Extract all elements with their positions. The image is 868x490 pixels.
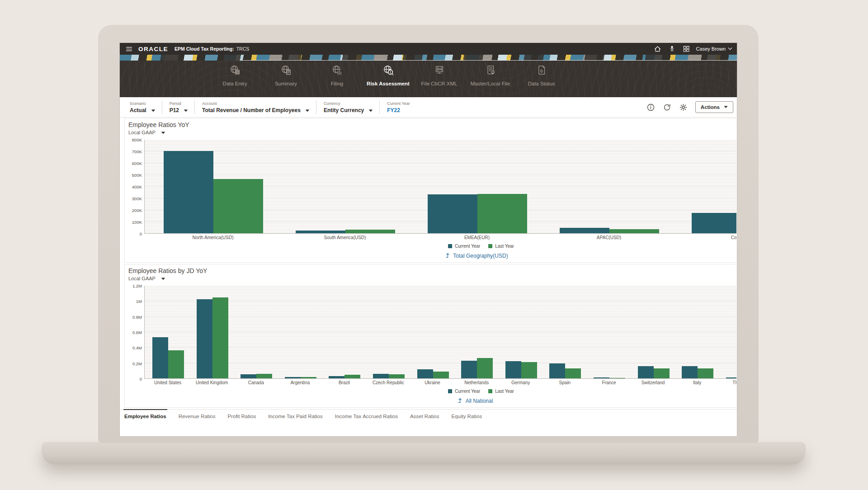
bar-last-year[interactable] bbox=[301, 377, 316, 378]
drill-up-icon bbox=[458, 397, 463, 405]
tab-profit-ratios[interactable]: Profit Ratios bbox=[228, 410, 256, 423]
filter-field-account[interactable]: AccountTotal Revenue / Number of Employe… bbox=[201, 101, 316, 113]
filter-field-period[interactable]: PeriodP12 bbox=[169, 101, 194, 113]
y-axis-tick-label: 300K bbox=[132, 196, 142, 201]
gaap-selector[interactable]: Local GAAP bbox=[128, 276, 165, 281]
bar-current-year[interactable] bbox=[505, 361, 521, 378]
filter-field-currency[interactable]: CurrencyEntity Currency bbox=[323, 101, 379, 113]
bar-last-year[interactable] bbox=[345, 230, 395, 233]
x-axis: United StatesUnited KingdomCanadaArgenti… bbox=[144, 379, 736, 386]
settings-gear-icon[interactable] bbox=[679, 103, 688, 112]
nav-item-label: Risk Assessment bbox=[367, 81, 410, 87]
tab-equity-ratios[interactable]: Equity Ratios bbox=[451, 410, 482, 423]
filter-label: Period bbox=[170, 101, 188, 106]
tab-employee-ratios[interactable]: Employee Ratios bbox=[124, 410, 166, 423]
bar-current-year[interactable] bbox=[638, 366, 654, 378]
gridline bbox=[145, 301, 736, 301]
nav-item-summary[interactable]: Summary bbox=[260, 64, 311, 87]
filter-field-scenario[interactable]: ScenarioActual bbox=[130, 101, 162, 113]
bar-last-year[interactable] bbox=[698, 368, 713, 378]
caret-down-icon bbox=[368, 107, 373, 113]
tab-income-tax-paid-ratios[interactable]: Income Tax Paid Ratios bbox=[268, 410, 323, 423]
caret-down-icon bbox=[151, 107, 156, 113]
nav-item-filing[interactable]: Filing bbox=[311, 64, 363, 87]
bar-current-year[interactable] bbox=[152, 337, 168, 378]
gridline bbox=[145, 347, 736, 348]
bar-current-year[interactable] bbox=[285, 377, 301, 378]
actions-label: Actions bbox=[701, 104, 720, 110]
tab-income-tax-accrued-ratios[interactable]: Income Tax Accrued Ratios bbox=[335, 410, 398, 423]
bar-current-year[interactable] bbox=[417, 369, 433, 378]
bar-current-year[interactable] bbox=[329, 376, 344, 378]
nav-item-risk-assessment[interactable]: Risk Assessment bbox=[363, 64, 414, 87]
bar-current-year[interactable] bbox=[692, 213, 736, 234]
y-axis-tick-label: 600K bbox=[132, 161, 142, 166]
app-grid-icon[interactable] bbox=[683, 45, 690, 52]
bar-current-year[interactable] bbox=[726, 377, 736, 378]
nav-item-data-entry[interactable]: Data Entry bbox=[209, 64, 260, 87]
gaap-selector[interactable]: Local GAAP bbox=[128, 130, 165, 135]
legend-swatch bbox=[488, 244, 492, 248]
bar-current-year[interactable] bbox=[682, 366, 698, 378]
user-menu[interactable]: Casey Brown bbox=[696, 46, 732, 52]
bar-last-year[interactable] bbox=[344, 375, 360, 378]
bar-current-year[interactable] bbox=[428, 194, 477, 233]
chart-legend: Current YearLast Year bbox=[448, 244, 514, 249]
hamburger-icon[interactable] bbox=[125, 45, 133, 53]
caret-down-icon bbox=[161, 130, 165, 135]
drill-link[interactable]: Total Geography(USD) bbox=[445, 252, 508, 259]
filter-label: Currency bbox=[324, 101, 373, 106]
tab-revenue-ratios[interactable]: Revenue Ratios bbox=[179, 410, 216, 423]
legend-item: Last Year bbox=[488, 389, 514, 394]
bar-current-year[interactable] bbox=[549, 363, 565, 378]
bar-last-year[interactable] bbox=[565, 368, 581, 378]
bar-last-year[interactable] bbox=[477, 358, 493, 378]
page-background: { "chrome": { "brand": "ORACLE", "app_ti… bbox=[0, 0, 868, 490]
oracle-logo: ORACLE bbox=[138, 46, 168, 52]
nav-item-file-cbcr-xml[interactable]: File CbCR XML bbox=[414, 64, 465, 87]
bar-current-year[interactable] bbox=[560, 228, 609, 233]
bar-last-year[interactable] bbox=[477, 194, 527, 233]
bar-last-year[interactable] bbox=[609, 378, 625, 378]
gridline bbox=[145, 174, 736, 175]
refresh-icon[interactable] bbox=[663, 103, 671, 112]
chart-title: Employee Ratios by JD YoY bbox=[128, 267, 736, 274]
app-code: TRCS bbox=[236, 46, 250, 52]
app-window: ORACLE EPM Cloud Tax Reporting: TRCS Cas… bbox=[120, 43, 737, 436]
bar-current-year[interactable] bbox=[296, 231, 345, 234]
bar-current-year[interactable] bbox=[164, 151, 213, 233]
bar-last-year[interactable] bbox=[521, 362, 537, 378]
bar-current-year[interactable] bbox=[197, 299, 212, 378]
home-icon[interactable] bbox=[654, 45, 661, 53]
bar-current-year[interactable] bbox=[373, 374, 389, 378]
x-axis-category-label: North America(USD) bbox=[192, 235, 233, 240]
bar-last-year[interactable] bbox=[212, 297, 228, 378]
bar-last-year[interactable] bbox=[654, 368, 670, 378]
drill-link[interactable]: All National bbox=[458, 397, 493, 405]
x-axis-category-label: France bbox=[602, 380, 616, 385]
filter-field-current-year[interactable]: Current YearFY22 bbox=[386, 101, 416, 113]
info-icon[interactable] bbox=[646, 103, 655, 112]
filter-divider bbox=[316, 100, 316, 114]
nav-item-data-status[interactable]: Data Status bbox=[516, 64, 567, 87]
filter-value: Actual bbox=[130, 107, 156, 113]
bar-current-year[interactable] bbox=[461, 361, 477, 378]
person-icon[interactable] bbox=[669, 45, 675, 52]
bar-last-year[interactable] bbox=[609, 229, 659, 233]
x-axis-category-label: Canada bbox=[248, 380, 264, 385]
bar-last-year[interactable] bbox=[256, 374, 272, 378]
bar-current-year[interactable] bbox=[241, 374, 256, 378]
bar-last-year[interactable] bbox=[389, 374, 405, 378]
legend-label: Current Year bbox=[455, 389, 480, 394]
y-axis-tick-label: 200K bbox=[132, 208, 142, 213]
bar-current-year[interactable] bbox=[594, 377, 609, 378]
x-axis-category-label: United States bbox=[154, 380, 181, 385]
bar-last-year[interactable] bbox=[213, 179, 263, 233]
nav-item-master-local-file[interactable]: Master/Local File bbox=[465, 64, 516, 87]
bar-last-year[interactable] bbox=[433, 372, 449, 378]
actions-button[interactable]: Actions bbox=[695, 101, 733, 113]
tab-asset-ratios[interactable]: Asset Ratios bbox=[410, 410, 439, 423]
bar-last-year[interactable] bbox=[168, 350, 184, 378]
globe-bars-icon bbox=[331, 64, 343, 78]
legend-swatch bbox=[488, 389, 492, 393]
